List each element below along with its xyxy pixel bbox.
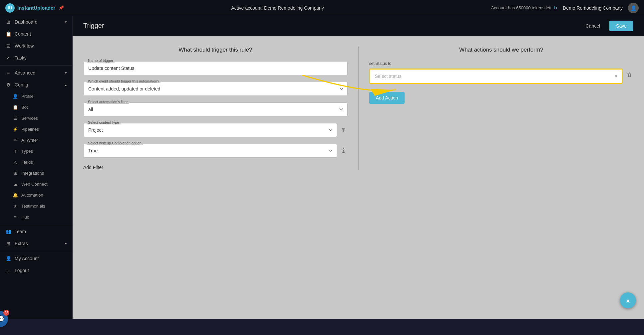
types-icon: T [13, 149, 18, 154]
main-content: Trigger Cancel Save What should trigger … [73, 16, 644, 319]
delete-writeup-button[interactable]: 🗑 [340, 146, 348, 155]
sidebar-item-label: My Account [15, 256, 39, 261]
sidebar-item-label: Advanced [15, 70, 35, 76]
advanced-icon: ≡ [5, 70, 11, 76]
sidebar-item-tasks[interactable]: ✓ Tasks [0, 52, 72, 64]
tasks-icon: ✓ [5, 55, 11, 61]
sidebar-item-hub[interactable]: ≡ Hub [0, 212, 72, 223]
trigger-event-select[interactable]: Content added, updated or deleted [83, 82, 348, 96]
sidebar-item-fields[interactable]: △ Fields [0, 157, 72, 168]
sidebar-item-types[interactable]: T Types [0, 146, 72, 157]
content-type-group: Select content type Project [83, 123, 337, 137]
filter-label: Select automation's filter [87, 100, 129, 104]
services-icon: ☰ [13, 116, 18, 121]
content-type-select[interactable]: Project [83, 123, 337, 137]
token-info: Account has 650000 tokens left ↻ [491, 5, 557, 11]
active-account: Active account: Demo Remodeling Company [231, 5, 324, 11]
automation-icon: 🔔 [13, 193, 18, 198]
content-type-row: Select content type Project 🗑 [83, 123, 348, 137]
sidebar-item-bot[interactable]: 📋 Bot [0, 102, 72, 113]
avatar[interactable]: 👤 [628, 3, 639, 13]
dashboard-icon: ⊞ [5, 19, 11, 25]
right-panel: What actions should we perform? set Stat… [369, 47, 634, 170]
bot-icon: 📋 [13, 105, 18, 110]
sidebar-item-label: Bot [21, 105, 28, 110]
sidebar-item-label: Workflow [15, 43, 34, 49]
writeup-select[interactable]: True [83, 144, 337, 158]
sidebar-item-label: Fields [21, 160, 33, 165]
sidebar-item-testimonials[interactable]: ★ Testimonials [0, 201, 72, 212]
add-action-button[interactable]: Add Action [369, 92, 405, 104]
app-logo[interactable]: IU InstantUploader [5, 3, 55, 13]
trigger-title: Trigger [83, 22, 104, 30]
sidebar-item-label: Automation [21, 193, 43, 198]
writeup-row: Select writeup Completion option True 🗑 [83, 144, 348, 158]
chevron-up-icon: ▴ [65, 83, 67, 87]
sidebar-item-ai-writer[interactable]: ✏ AI Writer [0, 135, 72, 146]
cancel-button[interactable]: Cancel [580, 21, 605, 31]
left-panel-header: What should trigger this rule? [83, 47, 348, 53]
workflow-icon: ☑ [5, 43, 11, 49]
sidebar-item-label: Services [21, 116, 38, 121]
sidebar-item-advanced[interactable]: ≡ Advanced ▾ [0, 67, 72, 79]
writeup-label: Select writeup Completion option [87, 141, 143, 145]
delete-content-type-button[interactable]: 🗑 [340, 126, 348, 134]
sidebar-item-pipelines[interactable]: ⚡ Pipelines [0, 124, 72, 135]
refresh-icon[interactable]: ↻ [553, 5, 557, 11]
topbar-left: IU InstantUploader 📌 [5, 3, 64, 13]
pin-icon[interactable]: 📌 [59, 5, 64, 10]
select-status-arrow-icon: ▾ [615, 74, 617, 79]
add-filter-button[interactable]: Add Filter [83, 165, 103, 170]
sidebar-item-label: Pipelines [21, 127, 39, 132]
sidebar-item-workflow[interactable]: ☑ Workflow [0, 40, 72, 52]
sidebar-item-team[interactable]: 👥 Team [0, 226, 72, 238]
chat-icon: 💬 [0, 315, 4, 323]
sidebar-item-label: Logout [15, 268, 29, 273]
action-label: set Status to [369, 61, 623, 66]
delete-action-button[interactable]: 🗑 [625, 71, 633, 79]
pipelines-icon: ⚡ [13, 127, 18, 132]
trigger-event-label: Which event should trigger this automati… [87, 79, 161, 83]
sidebar-item-label: Web Connect [21, 182, 48, 187]
trigger-name-group: Name of trigger [83, 61, 348, 75]
extras-icon: ⊞ [5, 241, 11, 246]
sidebar-item-label: Hub [21, 215, 29, 220]
logo-icon: IU [5, 3, 15, 13]
sidebar-item-dashboard[interactable]: ⊞ Dashboard ▾ [0, 16, 72, 28]
sidebar-item-config[interactable]: ⚙ Config ▴ [0, 79, 72, 91]
sidebar-item-my-account[interactable]: 👤 My Account [0, 252, 72, 264]
scroll-top-button[interactable]: ▲ [620, 292, 636, 308]
sidebar-item-label: AI Writer [21, 138, 38, 143]
sidebar-item-content[interactable]: 📋 Content [0, 28, 72, 40]
chat-button[interactable]: 💬 22 [0, 311, 8, 327]
testimonials-icon: ★ [13, 204, 18, 209]
select-status-placeholder: Select status [375, 74, 402, 79]
trigger-content: What should trigger this rule? Name of t… [73, 36, 644, 319]
sidebar-item-automation[interactable]: 🔔 Automation [0, 190, 72, 201]
right-panel-header: What actions should we perform? [369, 47, 634, 53]
sidebar-item-label: Types [21, 149, 33, 154]
sidebar-item-services[interactable]: ☰ Services [0, 113, 72, 124]
save-button[interactable]: Save [609, 21, 633, 31]
select-status-field[interactable]: Select status ▾ [371, 70, 621, 82]
fields-icon: △ [13, 160, 18, 165]
filter-select[interactable]: all [83, 102, 348, 116]
sidebar-item-extras[interactable]: ⊞ Extras ▾ [0, 238, 72, 250]
sidebar-item-integrations[interactable]: ⊞ Integrations [0, 168, 72, 179]
divider [0, 65, 72, 66]
sidebar-item-profile[interactable]: 👤 Profile [0, 91, 72, 102]
logout-icon: ⬚ [5, 268, 11, 273]
trigger-name-input[interactable] [83, 61, 348, 75]
profile-icon: 👤 [13, 94, 18, 99]
sidebar-item-logout[interactable]: ⬚ Logout [0, 264, 72, 276]
sidebar-item-label: Extras [15, 241, 28, 246]
sidebar-item-label: Profile [21, 94, 34, 99]
sidebar-item-label: Config [15, 82, 28, 87]
sidebar-item-web-connect[interactable]: ☁ Web Connect [0, 179, 72, 190]
sidebar-item-label: Testimonials [21, 204, 45, 209]
trigger-panels: What should trigger this rule? Name of t… [83, 47, 633, 170]
sidebar-item-label: Content [15, 31, 31, 37]
chevron-down-icon: ▾ [65, 20, 67, 24]
ai-writer-icon: ✏ [13, 138, 18, 143]
topbar: IU InstantUploader 📌 Active account: Dem… [0, 0, 644, 16]
